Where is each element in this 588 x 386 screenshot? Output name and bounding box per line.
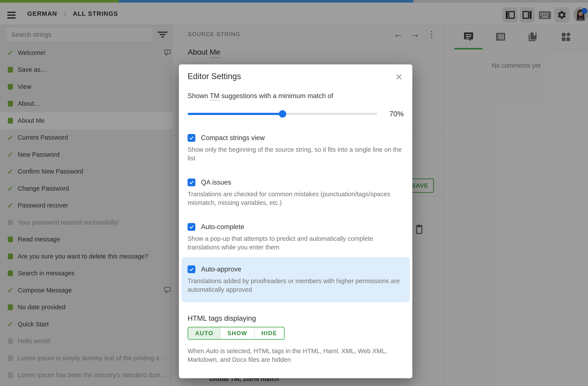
setting-description: Show only the beginning of the source st… bbox=[188, 145, 402, 163]
check-icon bbox=[189, 224, 194, 230]
checkbox-auto-approve[interactable] bbox=[188, 265, 195, 273]
html-tags-toggle: AUTO SHOW HIDE bbox=[188, 327, 285, 340]
html-tags-heading: HTML tags displaying bbox=[188, 314, 404, 323]
cancel-button[interactable]: CANCEL bbox=[372, 384, 404, 386]
html-tags-option-hide[interactable]: HIDE bbox=[254, 328, 284, 339]
tm-match-slider[interactable] bbox=[188, 113, 377, 115]
setting-auto-complete: Auto-complete Show a pop-up that attempt… bbox=[188, 223, 404, 251]
setting-label[interactable]: Auto-approve bbox=[201, 265, 241, 273]
setting-label[interactable]: Compact strings view bbox=[201, 134, 265, 142]
check-icon bbox=[189, 180, 194, 185]
check-icon bbox=[189, 267, 194, 272]
html-tags-description: When Auto is selected, HTML tags in the … bbox=[188, 347, 402, 364]
setting-description: Show a pop-up that attempts to predict a… bbox=[188, 234, 402, 251]
setting-label[interactable]: QA issues bbox=[201, 178, 231, 186]
close-icon[interactable]: ✕ bbox=[394, 72, 404, 83]
checkbox-compact-strings[interactable] bbox=[188, 134, 195, 142]
editor-screen: GERMAN › ALL STRINGS bbox=[0, 0, 588, 386]
setting-compact-strings: Compact strings view Show only the begin… bbox=[188, 134, 404, 163]
save-button[interactable]: SAVE bbox=[336, 384, 357, 386]
html-tags-option-show[interactable]: SHOW bbox=[220, 328, 254, 339]
checkbox-auto-complete[interactable] bbox=[188, 223, 195, 231]
html-tags-option-auto[interactable]: AUTO bbox=[188, 328, 220, 339]
check-icon bbox=[189, 135, 194, 140]
tm-abbr: TM bbox=[210, 92, 220, 101]
setting-description: Translations added by proofreaders or me… bbox=[188, 277, 402, 294]
checkbox-qa-issues[interactable] bbox=[188, 178, 195, 186]
slider-value: 70% bbox=[384, 110, 404, 118]
setting-auto-approve: Auto-approve Translations added by proof… bbox=[182, 257, 410, 302]
setting-qa-issues: QA issues Translations are checked for c… bbox=[188, 178, 404, 207]
setting-label[interactable]: Auto-complete bbox=[201, 223, 244, 231]
setting-description: Translations are checked for common mist… bbox=[188, 190, 402, 207]
modal-title: Editor Settings bbox=[188, 72, 241, 81]
slider-fill bbox=[188, 113, 283, 115]
editor-settings-modal: Editor Settings ✕ Shown TM suggestions w… bbox=[179, 64, 412, 378]
slider-thumb[interactable] bbox=[279, 110, 286, 117]
tm-threshold-label: Shown TM suggestions with a minimum matc… bbox=[188, 92, 404, 100]
